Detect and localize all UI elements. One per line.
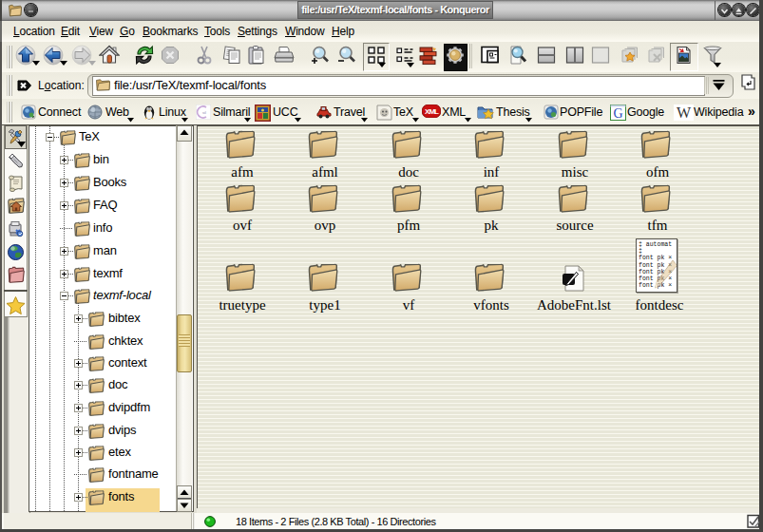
svg-text:G: G [613,106,622,121]
svg-text:sil: sil [202,110,206,115]
svg-text:W: W [677,104,692,121]
svg-text:XML: XML [425,107,439,116]
